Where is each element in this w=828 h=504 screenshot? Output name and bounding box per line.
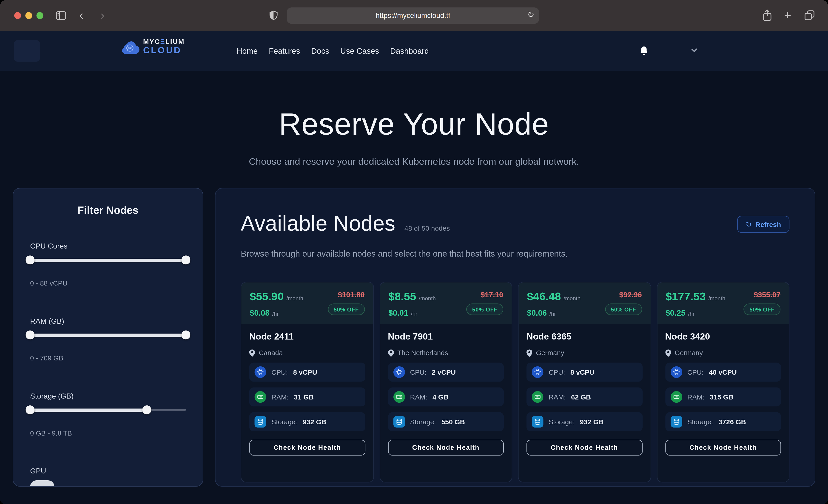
reload-icon[interactable]: ↻ — [527, 9, 535, 19]
price-month-suffix: /month — [708, 295, 725, 301]
spec-row-cpu: CPU: 40 vCPU — [665, 363, 781, 382]
price-monthly: $46.48 — [527, 290, 561, 303]
spec-label: CPU: — [410, 368, 426, 376]
sidebar-toggle-icon[interactable] — [56, 11, 66, 20]
brand-logo[interactable]: MYCΞLIUM CLOUD — [120, 38, 185, 55]
nodes-count: 48 of 50 nodes — [405, 224, 450, 232]
nodes-header: Available Nodes 48 of 50 nodes ↻ Refresh — [241, 212, 789, 235]
spec-row-ram: RAM: 4 GB — [388, 387, 504, 407]
gpu-toggle[interactable] — [30, 480, 54, 487]
spec-row-storage: Storage: 550 GB — [388, 412, 504, 431]
price-hourly: $0.08 — [250, 308, 270, 317]
slider-fill — [30, 333, 186, 337]
nav-link-use-cases[interactable]: Use Cases — [340, 46, 379, 55]
slider-handle-min[interactable] — [26, 406, 35, 414]
filter-title: Filter Nodes — [30, 204, 186, 216]
node-name: Node 2411 — [249, 332, 365, 342]
back-button[interactable]: ‹ — [79, 7, 83, 24]
check-node-health-button[interactable]: Check Node Health — [665, 440, 781, 456]
price-monthly: $8.55 — [388, 290, 416, 303]
spec-value: 2 vCPU — [432, 368, 456, 376]
hero-section: Reserve Your Node Choose and reserve you… — [0, 106, 828, 167]
nav-links: Home Features Docs Use Cases Dashboard — [237, 31, 429, 71]
nav-link-docs[interactable]: Docs — [311, 46, 329, 55]
nav-link-home[interactable]: Home — [237, 46, 258, 55]
brand-text: MYCΞLIUM CLOUD — [143, 38, 185, 55]
browser-window: ‹ › https://myceliumcloud.tf ↻ + — [0, 0, 828, 504]
share-icon[interactable] — [762, 9, 772, 21]
card-pricing: $177.53/month $0.25/hr $355.07 50% OFF — [657, 282, 789, 324]
refresh-button[interactable]: ↻ Refresh — [737, 216, 789, 233]
spec-row-storage: Storage: 3726 GB — [665, 412, 781, 431]
site-navbar: MYCΞLIUM CLOUD Home Features Docs Use Ca… — [0, 31, 828, 72]
node-name: Node 6365 — [527, 332, 642, 342]
cpu-icon — [532, 366, 543, 378]
price-month-suffix: /month — [564, 295, 580, 301]
chevron-down-icon[interactable] — [691, 48, 698, 53]
node-location: Germany — [527, 349, 642, 357]
slider-handle-min[interactable] — [26, 255, 35, 264]
cpu-icon — [393, 366, 405, 378]
check-node-health-button[interactable]: Check Node Health — [388, 440, 504, 456]
url-text: https://myceliumcloud.tf — [376, 12, 450, 19]
storage-icon — [393, 416, 405, 428]
slider-handle-max[interactable] — [181, 255, 190, 264]
location-pin-icon — [388, 349, 394, 356]
cpu-icon — [670, 366, 682, 378]
card-pricing: $8.55/month $0.01/hr $17.10 50% OFF — [380, 282, 511, 324]
card-body: Node 7901 The Netherlands CPU: 2 vCPU — [380, 324, 511, 482]
spec-row-cpu: CPU: 2 vCPU — [388, 363, 504, 382]
node-card: $55.90/month $0.08/hr $101.80 50% OFF No… — [241, 282, 374, 482]
card-body: Node 3420 Germany CPU: 40 vCPU RAM — [657, 324, 789, 482]
close-window-button[interactable] — [14, 12, 21, 19]
spec-value: 932 GB — [580, 418, 604, 426]
price-original: $101.80 — [338, 290, 365, 299]
slider-fill — [30, 408, 147, 411]
price-month-suffix: /month — [419, 295, 436, 301]
slider-handle-min[interactable] — [26, 330, 35, 339]
ram-slider[interactable] — [30, 330, 186, 339]
spec-label: Storage: — [548, 418, 575, 426]
zoom-window-button[interactable] — [37, 12, 43, 19]
tab-overview-icon[interactable] — [804, 10, 815, 21]
discount-badge: 50% OFF — [328, 303, 365, 315]
location-text: Germany — [536, 349, 564, 357]
notification-bell-icon[interactable] — [639, 46, 649, 56]
card-body: Node 2411 Canada CPU: 8 vCPU RAM: — [241, 324, 373, 482]
price-hourly: $0.25 — [666, 308, 685, 317]
check-node-health-button[interactable]: Check Node Health — [249, 440, 365, 456]
card-body: Node 6365 Germany CPU: 8 vCPU RAM: — [519, 324, 650, 482]
new-tab-icon[interactable]: + — [784, 7, 791, 23]
ram-icon — [532, 391, 543, 403]
spec-value: 3726 GB — [718, 418, 746, 426]
spec-row-storage: Storage: 932 GB — [249, 412, 365, 431]
filter-group-gpu: GPU — [30, 467, 186, 487]
slider-handle-max[interactable] — [142, 406, 152, 414]
spec-label: RAM: — [548, 393, 566, 401]
storage-icon — [532, 416, 543, 428]
nav-link-features[interactable]: Features — [269, 46, 300, 55]
nav-link-dashboard[interactable]: Dashboard — [390, 46, 429, 55]
price-monthly: $177.53 — [666, 290, 705, 303]
cloud-logo-icon — [120, 39, 139, 54]
spec-row-cpu: CPU: 8 vCPU — [249, 363, 365, 382]
privacy-shield-icon[interactable] — [270, 10, 278, 21]
spec-value: 62 GB — [571, 393, 591, 401]
location-text: Canada — [259, 349, 283, 357]
discount-badge: 50% OFF — [466, 303, 503, 315]
node-location: Germany — [665, 349, 781, 357]
storage-icon — [255, 416, 266, 428]
address-bar[interactable]: https://myceliumcloud.tf ↻ — [287, 7, 539, 24]
storage-slider[interactable] — [30, 406, 186, 414]
ram-icon — [393, 391, 405, 403]
check-node-health-button[interactable]: Check Node Health — [527, 440, 642, 456]
spec-label: RAM: — [687, 393, 705, 401]
price-original: $92.96 — [619, 290, 642, 299]
spec-label: CPU: — [548, 368, 565, 376]
spec-label: Storage: — [410, 418, 436, 426]
slider-handle-max[interactable] — [181, 330, 190, 339]
minimize-window-button[interactable] — [25, 12, 32, 19]
forward-button[interactable]: › — [100, 7, 105, 24]
spec-label: RAM: — [410, 393, 427, 401]
cpu-cores-slider[interactable] — [30, 255, 186, 264]
